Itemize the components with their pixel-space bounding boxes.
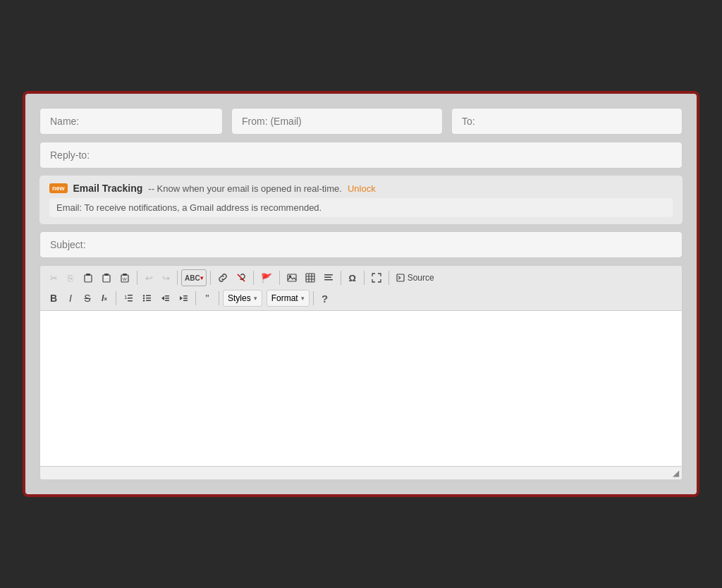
subject-input[interactable] bbox=[39, 231, 683, 258]
svg-rect-33 bbox=[165, 295, 169, 297]
svg-text:W: W bbox=[123, 277, 127, 281]
styles-dropdown[interactable]: Styles ▾ bbox=[223, 290, 262, 307]
svg-rect-1 bbox=[86, 274, 90, 276]
svg-rect-23 bbox=[128, 295, 133, 296]
svg-point-28 bbox=[143, 300, 145, 301]
unlink-button[interactable] bbox=[233, 269, 250, 286]
paste-plain-button[interactable] bbox=[98, 269, 115, 286]
svg-marker-36 bbox=[180, 296, 183, 300]
special-char-button[interactable]: Ω bbox=[345, 269, 360, 286]
svg-rect-11 bbox=[306, 274, 314, 282]
unordered-list-button[interactable] bbox=[138, 290, 155, 307]
help-button[interactable]: ? bbox=[317, 290, 333, 307]
row-reply bbox=[39, 142, 683, 169]
row-name-from-to bbox=[39, 108, 683, 135]
svg-rect-3 bbox=[104, 274, 109, 276]
separator-6 bbox=[341, 271, 341, 285]
link-button[interactable] bbox=[214, 269, 231, 286]
bold-button[interactable]: B bbox=[46, 290, 61, 307]
separator-3 bbox=[210, 271, 211, 285]
svg-rect-30 bbox=[146, 298, 151, 299]
unlock-link[interactable]: Unlock bbox=[348, 183, 376, 194]
toolbar-row2: B I S Ix 1. " bbox=[46, 290, 676, 307]
table-button[interactable] bbox=[302, 269, 319, 286]
tracking-note: Email: To receive notifications, a Gmail… bbox=[49, 198, 673, 217]
row-subject bbox=[39, 231, 683, 258]
tracking-header: new Email Tracking -- Know when your ema… bbox=[49, 183, 673, 194]
svg-rect-39 bbox=[183, 300, 188, 302]
cut-button[interactable]: ✂ bbox=[46, 269, 61, 286]
separator-7 bbox=[364, 271, 365, 285]
copy-button[interactable]: ⎘ bbox=[63, 269, 78, 286]
email-form-container: new Email Tracking -- Know when your ema… bbox=[23, 91, 699, 497]
svg-rect-25 bbox=[128, 300, 133, 302]
svg-rect-35 bbox=[165, 300, 169, 302]
separator-12 bbox=[313, 291, 314, 305]
svg-rect-34 bbox=[165, 298, 169, 299]
source-label: Source bbox=[408, 273, 434, 283]
format-arrow: ▾ bbox=[301, 295, 305, 302]
svg-point-27 bbox=[143, 298, 145, 299]
svg-rect-37 bbox=[183, 295, 188, 297]
new-badge: new bbox=[49, 183, 68, 193]
editor-area[interactable] bbox=[40, 311, 682, 466]
justify-button[interactable] bbox=[320, 269, 337, 286]
from-email-input[interactable] bbox=[231, 108, 443, 135]
svg-rect-2 bbox=[103, 275, 110, 282]
svg-rect-0 bbox=[85, 275, 92, 282]
tracking-title: Email Tracking bbox=[73, 183, 143, 194]
tracking-description: -- Know when your email is opened in rea… bbox=[148, 183, 342, 194]
editor-container: ✂ ⎘ W ↩ ↪ ABC▾ bbox=[39, 265, 683, 480]
ordered-list-button[interactable]: 1. bbox=[120, 290, 137, 307]
styles-arrow: ▾ bbox=[254, 295, 257, 302]
anchor-button[interactable]: 🚩 bbox=[257, 269, 276, 286]
separator-2 bbox=[177, 271, 178, 285]
reply-to-input[interactable] bbox=[39, 142, 683, 169]
name-input[interactable] bbox=[39, 108, 223, 135]
blockquote-button[interactable]: " bbox=[200, 290, 215, 307]
svg-rect-31 bbox=[146, 300, 151, 302]
toolbar: ✂ ⎘ W ↩ ↪ ABC▾ bbox=[40, 266, 682, 311]
editor-resize-handle[interactable]: ◢ bbox=[40, 466, 682, 479]
italic-button[interactable]: I bbox=[63, 290, 78, 307]
styles-label: Styles bbox=[228, 293, 251, 303]
to-input[interactable] bbox=[451, 108, 683, 135]
svg-rect-16 bbox=[324, 274, 333, 276]
svg-point-26 bbox=[143, 295, 145, 296]
separator-8 bbox=[388, 271, 389, 285]
image-button[interactable] bbox=[283, 269, 300, 286]
separator-1 bbox=[137, 271, 137, 285]
svg-rect-18 bbox=[324, 279, 333, 281]
redo-button[interactable]: ↪ bbox=[158, 269, 173, 286]
email-tracking-section: new Email Tracking -- Know when your ema… bbox=[39, 176, 683, 224]
fullscreen-button[interactable] bbox=[368, 269, 385, 286]
strikethrough-button[interactable]: S bbox=[80, 290, 95, 307]
undo-button[interactable]: ↩ bbox=[141, 269, 157, 286]
paste-word-button[interactable]: W bbox=[116, 269, 133, 286]
toolbar-row1: ✂ ⎘ W ↩ ↪ ABC▾ bbox=[46, 269, 676, 286]
svg-rect-17 bbox=[324, 277, 331, 278]
format-label: Format bbox=[271, 293, 298, 303]
separator-5 bbox=[279, 271, 280, 285]
paste-button[interactable] bbox=[80, 269, 97, 286]
svg-marker-32 bbox=[161, 296, 164, 300]
separator-10 bbox=[195, 291, 196, 305]
separator-11 bbox=[219, 291, 219, 305]
outdent-button[interactable] bbox=[157, 290, 173, 307]
format-dropdown[interactable]: Format ▾ bbox=[267, 290, 310, 307]
svg-rect-38 bbox=[183, 298, 188, 299]
svg-rect-6 bbox=[123, 274, 127, 276]
source-button[interactable]: Source bbox=[393, 269, 438, 286]
spellcheck-button[interactable]: ABC▾ bbox=[181, 269, 207, 286]
indent-button[interactable] bbox=[175, 290, 192, 307]
svg-rect-9 bbox=[288, 274, 296, 281]
clear-format-button[interactable]: Ix bbox=[97, 290, 112, 307]
svg-line-21 bbox=[398, 278, 400, 279]
separator-4 bbox=[253, 271, 254, 285]
svg-rect-24 bbox=[128, 298, 133, 299]
separator-9 bbox=[116, 291, 116, 305]
svg-rect-29 bbox=[146, 295, 151, 297]
